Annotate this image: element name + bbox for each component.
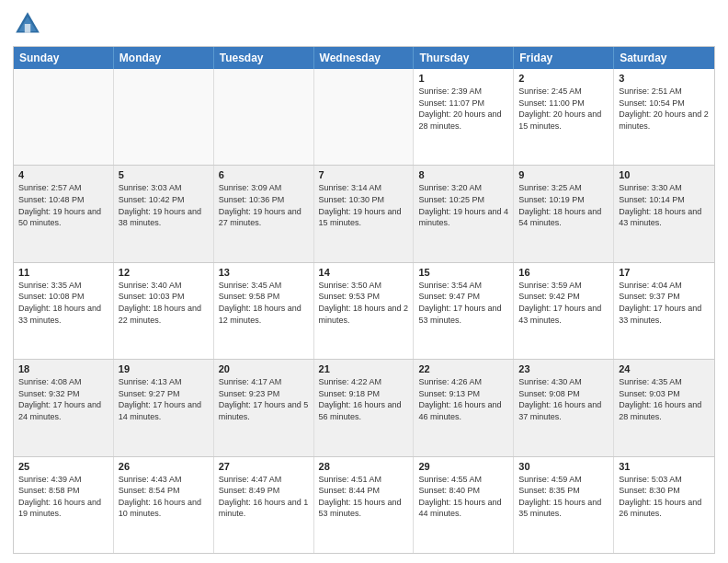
calendar-row-5: 25Sunrise: 4:39 AM Sunset: 8:58 PM Dayli… <box>14 456 714 553</box>
day-number: 22 <box>418 363 508 374</box>
header-day-monday: Monday <box>114 47 214 69</box>
day-info: Sunrise: 4:08 AM Sunset: 9:32 PM Dayligh… <box>18 376 108 422</box>
day-number: 10 <box>619 169 710 180</box>
day-info: Sunrise: 4:59 AM Sunset: 8:35 PM Dayligh… <box>518 474 609 520</box>
day-number: 25 <box>18 461 108 472</box>
day-info: Sunrise: 4:51 AM Sunset: 8:44 PM Dayligh… <box>319 474 409 520</box>
day-number: 28 <box>319 461 409 472</box>
day-number: 1 <box>418 73 508 84</box>
day-cell-10: 10Sunrise: 3:30 AM Sunset: 10:14 PM Dayl… <box>614 166 714 261</box>
day-info: Sunrise: 4:43 AM Sunset: 8:54 PM Dayligh… <box>119 474 209 520</box>
day-cell-7: 7Sunrise: 3:14 AM Sunset: 10:30 PM Dayli… <box>314 166 415 261</box>
day-cell-24: 24Sunrise: 4:35 AM Sunset: 9:03 PM Dayli… <box>614 360 714 455</box>
svg-rect-2 <box>25 24 30 33</box>
day-number: 5 <box>119 169 209 180</box>
day-number: 3 <box>619 73 710 84</box>
day-info: Sunrise: 4:35 AM Sunset: 9:03 PM Dayligh… <box>619 376 710 422</box>
day-cell-31: 31Sunrise: 5:03 AM Sunset: 8:30 PM Dayli… <box>614 457 714 553</box>
day-info: Sunrise: 4:22 AM Sunset: 9:18 PM Dayligh… <box>319 376 409 422</box>
day-cell-21: 21Sunrise: 4:22 AM Sunset: 9:18 PM Dayli… <box>314 360 415 455</box>
day-info: Sunrise: 3:45 AM Sunset: 9:58 PM Dayligh… <box>219 280 309 326</box>
day-info: Sunrise: 4:17 AM Sunset: 9:23 PM Dayligh… <box>219 376 309 422</box>
header <box>13 9 715 39</box>
day-cell-23: 23Sunrise: 4:30 AM Sunset: 9:08 PM Dayli… <box>514 360 614 455</box>
calendar-row-3: 11Sunrise: 3:35 AM Sunset: 10:08 PM Dayl… <box>14 262 714 359</box>
day-info: Sunrise: 5:03 AM Sunset: 8:30 PM Dayligh… <box>619 474 710 520</box>
calendar-body: 1Sunrise: 2:39 AM Sunset: 11:07 PM Dayli… <box>14 69 714 553</box>
day-cell-12: 12Sunrise: 3:40 AM Sunset: 10:03 PM Dayl… <box>114 263 214 359</box>
day-number: 30 <box>518 461 609 472</box>
day-number: 11 <box>18 267 108 278</box>
day-info: Sunrise: 4:39 AM Sunset: 8:58 PM Dayligh… <box>18 474 108 520</box>
logo <box>13 9 44 39</box>
day-info: Sunrise: 4:26 AM Sunset: 9:13 PM Dayligh… <box>418 376 508 422</box>
header-day-wednesday: Wednesday <box>314 47 415 69</box>
header-day-sunday: Sunday <box>14 47 114 69</box>
page: SundayMondayTuesdayWednesdayThursdayFrid… <box>0 0 728 563</box>
day-cell-11: 11Sunrise: 3:35 AM Sunset: 10:08 PM Dayl… <box>14 263 114 359</box>
day-info: Sunrise: 2:45 AM Sunset: 11:00 PM Daylig… <box>518 86 609 132</box>
day-info: Sunrise: 4:30 AM Sunset: 9:08 PM Dayligh… <box>518 376 609 422</box>
day-number: 9 <box>518 169 609 180</box>
header-day-friday: Friday <box>514 47 614 69</box>
day-info: Sunrise: 3:09 AM Sunset: 10:36 PM Daylig… <box>219 182 309 228</box>
day-number: 23 <box>518 363 609 374</box>
day-cell-6: 6Sunrise: 3:09 AM Sunset: 10:36 PM Dayli… <box>214 166 314 261</box>
day-info: Sunrise: 3:54 AM Sunset: 9:47 PM Dayligh… <box>418 280 508 326</box>
day-info: Sunrise: 3:35 AM Sunset: 10:08 PM Daylig… <box>18 280 108 326</box>
day-number: 6 <box>219 169 309 180</box>
day-info: Sunrise: 4:13 AM Sunset: 9:27 PM Dayligh… <box>119 376 209 422</box>
day-number: 20 <box>219 363 309 374</box>
day-cell-28: 28Sunrise: 4:51 AM Sunset: 8:44 PM Dayli… <box>314 457 415 553</box>
day-number: 31 <box>619 461 710 472</box>
day-cell-30: 30Sunrise: 4:59 AM Sunset: 8:35 PM Dayli… <box>514 457 614 553</box>
day-cell-22: 22Sunrise: 4:26 AM Sunset: 9:13 PM Dayli… <box>414 360 514 455</box>
empty-cell <box>114 69 214 165</box>
day-info: Sunrise: 3:50 AM Sunset: 9:53 PM Dayligh… <box>319 280 409 326</box>
day-number: 27 <box>219 461 309 472</box>
calendar-row-2: 4Sunrise: 2:57 AM Sunset: 10:48 PM Dayli… <box>14 165 714 261</box>
day-number: 15 <box>418 267 508 278</box>
day-info: Sunrise: 3:40 AM Sunset: 10:03 PM Daylig… <box>119 280 209 326</box>
day-number: 13 <box>219 267 309 278</box>
day-info: Sunrise: 4:47 AM Sunset: 8:49 PM Dayligh… <box>219 474 309 520</box>
day-number: 8 <box>418 169 508 180</box>
calendar-row-4: 18Sunrise: 4:08 AM Sunset: 9:32 PM Dayli… <box>14 359 714 455</box>
day-cell-18: 18Sunrise: 4:08 AM Sunset: 9:32 PM Dayli… <box>14 360 114 455</box>
day-number: 14 <box>319 267 409 278</box>
day-cell-5: 5Sunrise: 3:03 AM Sunset: 10:42 PM Dayli… <box>114 166 214 261</box>
day-cell-26: 26Sunrise: 4:43 AM Sunset: 8:54 PM Dayli… <box>114 457 214 553</box>
calendar-header: SundayMondayTuesdayWednesdayThursdayFrid… <box>14 47 714 69</box>
header-day-thursday: Thursday <box>414 47 514 69</box>
header-day-tuesday: Tuesday <box>214 47 314 69</box>
day-info: Sunrise: 2:39 AM Sunset: 11:07 PM Daylig… <box>418 86 508 132</box>
calendar-row-1: 1Sunrise: 2:39 AM Sunset: 11:07 PM Dayli… <box>14 69 714 165</box>
day-info: Sunrise: 3:20 AM Sunset: 10:25 PM Daylig… <box>418 182 508 228</box>
day-cell-4: 4Sunrise: 2:57 AM Sunset: 10:48 PM Dayli… <box>14 166 114 261</box>
day-cell-17: 17Sunrise: 4:04 AM Sunset: 9:37 PM Dayli… <box>614 263 714 359</box>
empty-cell <box>14 69 114 165</box>
day-number: 12 <box>119 267 209 278</box>
day-info: Sunrise: 3:30 AM Sunset: 10:14 PM Daylig… <box>619 182 710 228</box>
empty-cell <box>214 69 314 165</box>
day-cell-8: 8Sunrise: 3:20 AM Sunset: 10:25 PM Dayli… <box>414 166 514 261</box>
day-cell-29: 29Sunrise: 4:55 AM Sunset: 8:40 PM Dayli… <box>414 457 514 553</box>
day-number: 29 <box>418 461 508 472</box>
day-cell-25: 25Sunrise: 4:39 AM Sunset: 8:58 PM Dayli… <box>14 457 114 553</box>
day-number: 16 <box>518 267 609 278</box>
day-cell-2: 2Sunrise: 2:45 AM Sunset: 11:00 PM Dayli… <box>514 69 614 165</box>
day-number: 19 <box>119 363 209 374</box>
day-number: 21 <box>319 363 409 374</box>
day-cell-14: 14Sunrise: 3:50 AM Sunset: 9:53 PM Dayli… <box>314 263 415 359</box>
header-day-saturday: Saturday <box>614 47 714 69</box>
day-info: Sunrise: 2:57 AM Sunset: 10:48 PM Daylig… <box>18 182 108 228</box>
day-info: Sunrise: 3:25 AM Sunset: 10:19 PM Daylig… <box>518 182 609 228</box>
day-cell-13: 13Sunrise: 3:45 AM Sunset: 9:58 PM Dayli… <box>214 263 314 359</box>
calendar: SundayMondayTuesdayWednesdayThursdayFrid… <box>13 46 715 554</box>
day-info: Sunrise: 3:59 AM Sunset: 9:42 PM Dayligh… <box>518 280 609 326</box>
day-cell-1: 1Sunrise: 2:39 AM Sunset: 11:07 PM Dayli… <box>414 69 514 165</box>
empty-cell <box>314 69 415 165</box>
day-number: 26 <box>119 461 209 472</box>
day-number: 24 <box>619 363 710 374</box>
day-info: Sunrise: 4:04 AM Sunset: 9:37 PM Dayligh… <box>619 280 710 326</box>
